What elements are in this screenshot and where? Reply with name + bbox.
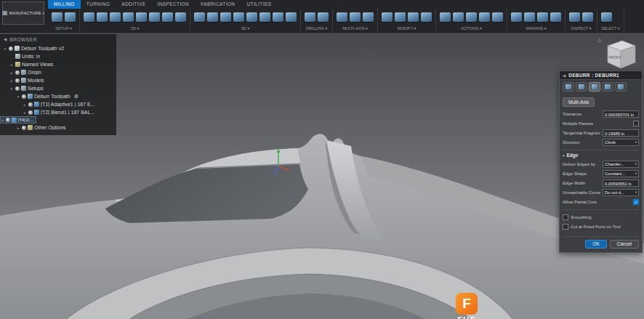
visibility-eye-icon[interactable] — [28, 102, 33, 107]
templates-icon[interactable] — [524, 12, 535, 22]
steep-and-shallow-icon[interactable] — [220, 12, 231, 22]
browser-item-named-views[interactable]: ▸ Named Views — [0, 60, 116, 68]
direction-select[interactable]: Climb ▾ — [603, 139, 639, 146]
section-collapse-icon[interactable]: ▾ — [563, 153, 565, 158]
selection-filter-icon[interactable] — [601, 12, 612, 22]
post-library-icon[interactable] — [550, 12, 561, 22]
workspace-switcher[interactable]: ▦ MANUFACTURE ▾ — [2, 1, 44, 25]
trace-icon[interactable] — [149, 12, 160, 22]
cut-at-fixed-point-checkbox[interactable] — [563, 224, 568, 230]
disclosure-arrow-icon[interactable]: ▸ — [9, 78, 14, 83]
deburr-icon[interactable] — [363, 12, 374, 22]
visibility-eye-icon[interactable] — [9, 47, 13, 51]
tool-library-icon[interactable] — [511, 12, 522, 22]
visibility-eye-icon[interactable] — [22, 94, 26, 99]
post-process-icon[interactable] — [466, 12, 477, 22]
visibility-eye-icon[interactable] — [15, 70, 20, 75]
geometry-tab-icon[interactable] — [576, 82, 587, 92]
section-analysis-icon[interactable] — [582, 12, 593, 22]
ramp-icon[interactable] — [259, 12, 270, 22]
tab-additive[interactable]: ADDITIVE — [116, 0, 151, 9]
visibility-eye-icon[interactable] — [15, 86, 20, 91]
drill-icon[interactable] — [305, 12, 315, 22]
browser-item-setups[interactable]: ▾ Setups — [0, 84, 116, 92]
new-setup-icon[interactable] — [52, 12, 63, 22]
cancel-button[interactable]: Cancel — [610, 240, 639, 249]
2d-pocket-icon[interactable] — [110, 12, 121, 22]
disclosure-arrow-icon[interactable]: ▸ — [9, 62, 14, 67]
passes-tab-icon[interactable] — [602, 82, 613, 92]
collapse-dialog-icon[interactable]: ◀ — [563, 73, 565, 78]
viewcube-home-icon[interactable]: ⌂ — [597, 36, 601, 44]
browser-item-other-options[interactable]: ▸ Other Options — [0, 124, 116, 132]
disclosure-arrow-icon[interactable]: ▾ — [16, 94, 20, 99]
swarf-icon[interactable] — [337, 12, 347, 22]
morphed-spiral-icon[interactable] — [286, 12, 297, 22]
group-label-inspect[interactable]: INSPECT ▾ — [569, 25, 593, 32]
bore-icon[interactable] — [175, 12, 186, 22]
2d-contour-icon[interactable] — [123, 12, 134, 22]
ok-button[interactable]: OK — [585, 240, 606, 249]
browser-item-document-root[interactable]: ▾ Deburr Toolpath v2 — [0, 44, 116, 52]
unreachable-corners-select[interactable]: Do not d... ▾ — [603, 189, 639, 196]
bore-milling-icon[interactable] — [318, 12, 329, 22]
multi-axis-tab-icon[interactable] — [589, 82, 600, 92]
tab-utilities[interactable]: UTILITIES — [241, 0, 277, 9]
allow-partial-cuts-checkbox[interactable] — [633, 199, 639, 205]
multiple-passes-checkbox[interactable] — [633, 121, 639, 126]
group-label-3d[interactable]: 3D ▾ — [194, 25, 297, 32]
disclosure-arrow-icon[interactable]: ▸ — [16, 126, 20, 130]
generate-icon[interactable] — [440, 12, 451, 22]
contour-icon[interactable] — [246, 12, 257, 22]
group-label-select[interactable]: SELECT ▾ — [601, 25, 620, 32]
browser-item-models[interactable]: ▸ Models — [0, 76, 116, 84]
edge-shape-select[interactable]: Constant... ▾ — [603, 170, 639, 177]
browser-item-origin[interactable]: ▸ Origin — [0, 68, 116, 76]
group-label-modify[interactable]: MODIFY ▾ — [382, 25, 432, 32]
tab-inspection[interactable]: INSPECTION — [151, 0, 195, 9]
thread-icon[interactable] — [162, 12, 173, 22]
visibility-eye-icon[interactable] — [28, 110, 33, 115]
disclosure-arrow-icon[interactable]: ▸ — [23, 102, 27, 107]
group-label-drilling[interactable]: DRILLING ▾ — [305, 25, 329, 32]
disclosure-arrow-icon[interactable]: ▸ — [2, 117, 4, 123]
machine-library-icon[interactable] — [537, 12, 548, 22]
pocket-clearing-icon[interactable] — [207, 12, 218, 22]
group-label-manage[interactable]: MANAGE ▾ — [511, 25, 561, 32]
browser-item-operation-blend1[interactable]: ▸ [T2] Blend1 | 187 BAL... — [0, 108, 116, 116]
group-label-multi-axis[interactable]: MULTI-AXIS ▾ — [337, 25, 374, 32]
visibility-eye-icon[interactable] — [15, 78, 20, 83]
setup-sheet-icon[interactable] — [479, 12, 490, 22]
2d-adaptive-icon[interactable] — [97, 12, 108, 22]
edge-section-header[interactable]: ▾ Edge — [563, 150, 639, 158]
measure-icon[interactable] — [569, 12, 580, 22]
disclosure-arrow-icon[interactable]: ▾ — [3, 47, 7, 51]
tangential-fragment-input[interactable]: 0.19685 in — [603, 129, 639, 137]
feed-optimization-icon[interactable] — [421, 12, 432, 22]
multi-axis-page-tab[interactable]: Multi-Axis — [563, 97, 595, 107]
face-icon[interactable] — [84, 12, 94, 22]
dialog-titlebar[interactable]: ◀ DEBURR : DEBURR1 — [560, 71, 642, 80]
duplicate-toolpath-icon[interactable] — [395, 12, 406, 22]
simulate-icon[interactable] — [453, 12, 464, 22]
spiral-icon[interactable] — [273, 12, 283, 22]
visibility-eye-icon[interactable] — [22, 126, 26, 130]
manual-nc-icon[interactable] — [65, 12, 76, 22]
collapse-browser-icon[interactable]: ◀ — [4, 37, 7, 41]
browser-item-operation-adaptive1[interactable]: ▸ [T1] Adaptive1 | 187 E... — [0, 100, 116, 108]
edit-toolpath-icon[interactable] — [408, 12, 419, 22]
parallel-icon[interactable] — [233, 12, 244, 22]
tool-tab-icon[interactable] — [563, 82, 574, 92]
tolerance-input[interactable]: 0.000393701 in — [603, 110, 639, 118]
disclosure-arrow-icon[interactable]: ▸ — [23, 110, 27, 115]
visibility-eye-icon[interactable] — [6, 118, 10, 122]
group-label-2d[interactable]: 2D ▾ — [84, 25, 186, 32]
deburr-edges-by-select[interactable]: Chamfer... ▾ — [603, 161, 639, 168]
edge-width-input[interactable]: 0.00590551 in — [603, 179, 639, 187]
group-label-actions[interactable]: ACTIONS ▾ — [440, 25, 503, 32]
trim-toolpath-icon[interactable] — [382, 12, 393, 22]
browser-item-units[interactable]: Units: in — [0, 52, 116, 60]
viewcube[interactable]: ⌂ FRONT — [597, 36, 640, 74]
multi-axis-contour-icon[interactable] — [350, 12, 361, 22]
adaptive-clearing-icon[interactable] — [194, 12, 205, 22]
